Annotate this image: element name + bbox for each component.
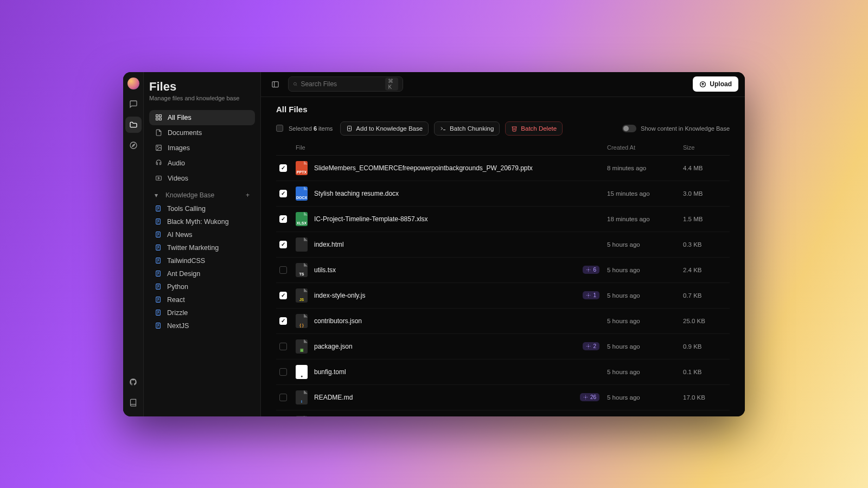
search-icon	[293, 81, 297, 87]
add-to-kb-button[interactable]: Add to Knowledge Base	[340, 121, 429, 136]
batch-chunking-button[interactable]: Batch Chunking	[434, 121, 500, 136]
kb-section-header[interactable]: ▾ Knowledge Base +	[149, 186, 255, 202]
kb-content-toggle[interactable]	[622, 125, 636, 132]
sidebar-filter-documents[interactable]: Documents	[149, 125, 255, 140]
github-icon[interactable]	[125, 374, 142, 390]
file-row[interactable]: TSutils.tsx65 hours ago2.4 KB	[276, 258, 730, 283]
toolbar: ⌘ K Upload	[261, 72, 745, 97]
kb-item[interactable]: TailwindCSS	[149, 254, 255, 267]
file-type-icon: JS	[296, 288, 308, 303]
add-kb-icon[interactable]: +	[246, 191, 250, 199]
file-row[interactable]: index.html5 hours ago0.3 KB	[276, 232, 730, 258]
chevron-down-icon: ▾	[155, 191, 158, 199]
kb-item[interactable]: React	[149, 293, 255, 306]
file-name: SlideMembers_ECOMMERCEfreepowerpointback…	[314, 164, 533, 172]
chunk-icon	[440, 125, 446, 132]
col-header-created[interactable]: Created At	[607, 144, 683, 151]
chat-icon[interactable]	[125, 96, 142, 112]
upload-icon	[699, 81, 706, 88]
file-size: 3.0 MB	[683, 190, 726, 197]
file-type-icon: i	[296, 390, 308, 404]
kb-item[interactable]: NextJS	[149, 319, 255, 332]
files-table: File Created At Size PPTXSlideMembers_EC…	[276, 140, 730, 416]
col-header-size[interactable]: Size	[683, 144, 726, 151]
row-checkbox[interactable]	[279, 164, 287, 172]
book-icon[interactable]	[125, 395, 142, 411]
row-checkbox[interactable]	[279, 190, 287, 197]
svg-point-0	[130, 142, 137, 149]
file-type-icon: py	[296, 416, 308, 416]
file-row[interactable]: PPTXSlideMembers_ECOMMERCEfreepowerpoint…	[276, 156, 730, 181]
row-checkbox[interactable]	[279, 266, 287, 274]
sidebar-filter-all-files[interactable]: All Files	[149, 110, 255, 125]
kb-item[interactable]: Tools Calling	[149, 202, 255, 215]
trash-icon	[511, 125, 518, 132]
file-created: 5 hours ago	[607, 369, 683, 375]
kb-item[interactable]: Ant Design	[149, 267, 255, 280]
file-created: 5 hours ago	[607, 318, 683, 324]
file-row[interactable]: JSindex-style-only.js15 hours ago0.7 KB	[276, 283, 730, 309]
video-icon	[155, 175, 162, 182]
status-badge: 1	[583, 291, 599, 299]
svg-rect-8	[156, 176, 161, 181]
file-created: 5 hours ago	[607, 292, 683, 299]
svg-marker-9	[158, 177, 159, 179]
sidebar-subtitle: Manage files and knowledge base	[149, 95, 255, 101]
avatar[interactable]	[127, 78, 139, 89]
row-checkbox[interactable]	[279, 343, 287, 350]
status-badge: 2	[583, 342, 599, 350]
sidebar-filter-images[interactable]: Images	[149, 140, 255, 156]
file-created: 18 minutes ago	[607, 216, 683, 222]
row-checkbox[interactable]	[279, 394, 287, 401]
kb-item[interactable]: AI News	[149, 228, 255, 241]
row-checkbox[interactable]	[279, 215, 287, 223]
svg-rect-2	[156, 115, 158, 117]
file-row[interactable]: pyapi.py5 hours ago1.8 KB	[276, 410, 730, 416]
svg-point-75	[585, 396, 586, 397]
file-size: 17.0 KB	[683, 394, 726, 401]
file-row[interactable]: ▣package.json25 hours ago0.9 KB	[276, 334, 730, 359]
kb-item[interactable]: Drizzle	[149, 306, 255, 319]
sidebar-title: Files	[149, 80, 255, 94]
status-badge: 6	[583, 266, 599, 274]
grid-icon	[155, 114, 162, 121]
row-checkbox[interactable]	[279, 292, 287, 299]
image-icon	[155, 144, 162, 152]
col-header-file[interactable]: File	[296, 144, 580, 151]
doc-icon	[155, 231, 162, 238]
file-created: 5 hours ago	[607, 241, 683, 248]
svg-rect-3	[159, 115, 161, 117]
row-checkbox[interactable]	[279, 241, 287, 248]
doc-icon	[155, 296, 162, 303]
kb-item[interactable]: Black Myth: Wukong	[149, 215, 255, 228]
selected-count: Selected 6 items	[289, 125, 333, 132]
row-checkbox[interactable]	[279, 368, 287, 376]
upload-button[interactable]: Upload	[693, 76, 738, 92]
search-input[interactable]: ⌘ K	[288, 76, 403, 92]
file-row[interactable]: XLSXIC-Project-Timeline-Template-8857.xl…	[276, 207, 730, 232]
kb-item[interactable]: Twitter Marketing	[149, 241, 255, 254]
doc-icon	[155, 309, 162, 316]
file-row[interactable]: iREADME.md265 hours ago17.0 KB	[276, 385, 730, 410]
file-row[interactable]: { }contributors.json5 hours ago25.0 KB	[276, 309, 730, 334]
file-name: contributors.json	[314, 317, 362, 325]
file-row[interactable]: ●bunfig.toml5 hours ago0.1 KB	[276, 359, 730, 385]
row-checkbox[interactable]	[279, 317, 287, 325]
collapse-sidebar-icon[interactable]	[267, 76, 283, 92]
batch-delete-button[interactable]: Batch Delete	[505, 121, 563, 136]
file-name: index-style-only.js	[314, 292, 365, 299]
app-window: Files Manage files and knowledge base Al…	[123, 72, 745, 416]
file-type-icon: { }	[296, 314, 308, 328]
svg-point-7	[157, 146, 158, 147]
sidebar-filter-audio[interactable]: Audio	[149, 156, 255, 171]
kb-content-toggle-label: Show content in Knowledge Base	[641, 125, 730, 132]
discover-icon[interactable]	[125, 137, 142, 153]
file-row[interactable]: DOCXStylish teaching resume.docx15 minut…	[276, 181, 730, 207]
file-name: utils.tsx	[314, 266, 336, 274]
files-icon[interactable]	[125, 117, 142, 133]
doc-icon	[155, 244, 162, 251]
select-all-checkbox[interactable]	[276, 125, 283, 132]
sidebar-filter-videos[interactable]: Videos	[149, 171, 255, 186]
kb-item[interactable]: Python	[149, 280, 255, 293]
doc-icon	[155, 218, 162, 225]
